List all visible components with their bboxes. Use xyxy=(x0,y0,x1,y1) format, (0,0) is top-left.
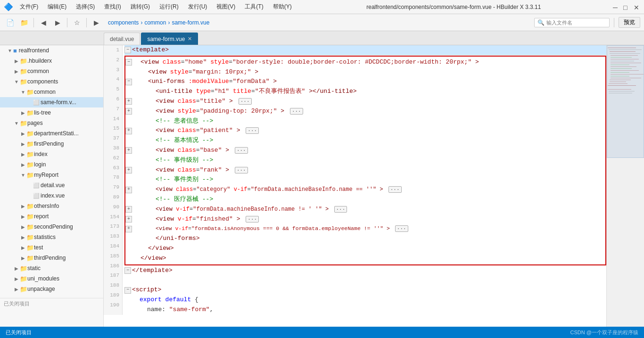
menu-select[interactable]: 选择(S) xyxy=(73,3,98,11)
collapsed-indicator[interactable]: ··· xyxy=(235,167,248,173)
breadcrumb-item-common[interactable]: common xyxy=(144,19,166,26)
tree-root[interactable]: ▼ ■ realfrontend xyxy=(0,45,103,56)
collapsed-indicator[interactable]: ··· xyxy=(290,108,303,115)
tree-detail-vue[interactable]: ⬜ detail.vue xyxy=(0,180,103,190)
code-line-189[interactable]: export default { xyxy=(124,295,606,305)
tree-same-form[interactable]: ⬜ same-form.v... xyxy=(0,97,103,107)
tab-same-form-vue[interactable]: same-form.vue ✕ xyxy=(141,33,198,45)
new-file-button[interactable]: 📄 xyxy=(4,16,16,29)
fold-button-1[interactable]: − xyxy=(124,47,131,53)
menu-publish[interactable]: 发行(U) xyxy=(185,3,210,11)
code-line-173[interactable]: + <view v-if="formData.isAnonymous === 0… xyxy=(125,224,605,234)
tree-static[interactable]: ▶ 📁 static xyxy=(0,263,103,273)
tree-hbuilderx[interactable]: ▶ 📁 .hbuilderx xyxy=(0,56,103,66)
collapsed-indicator[interactable]: ··· xyxy=(239,98,252,105)
code-line-37[interactable]: <!-- 基本情况 --> xyxy=(125,136,605,146)
code-editor[interactable]: 1 2 3 4 5 6 7 14 15 37 38 62 63 xyxy=(104,45,606,327)
menu-edit[interactable]: 编辑(E) xyxy=(45,3,69,11)
code-line-89[interactable]: <!-- 医疗器械 --> xyxy=(125,195,605,205)
breadcrumb-item-components[interactable]: components xyxy=(108,19,139,26)
fold-button-2[interactable]: − xyxy=(125,59,132,66)
code-line-183[interactable]: </uni-forms> xyxy=(125,234,605,244)
code-line-15[interactable]: + <view class="patient" > ··· xyxy=(125,126,605,136)
open-folder-button[interactable]: 📁 xyxy=(18,16,30,29)
code-line-4[interactable]: − <uni-forms :modelValue="formData" > xyxy=(125,77,605,87)
collapsed-indicator[interactable]: ··· xyxy=(235,147,248,154)
fold-button-4[interactable]: − xyxy=(125,79,132,85)
menu-jump[interactable]: 跳转(G) xyxy=(128,3,153,11)
code-line-14[interactable]: <!-- 患者信息 --> xyxy=(125,116,605,126)
code-line-186[interactable]: − </template> xyxy=(124,266,606,276)
code-line-2[interactable]: − <view class="home" style="border-style… xyxy=(125,58,605,67)
tree-index-vue[interactable]: ⬜ index.vue xyxy=(0,190,103,201)
tree-lis-tree[interactable]: ▶ 📁 lis-tree xyxy=(0,107,103,118)
tree-login[interactable]: ▶ 📁 login xyxy=(0,159,103,170)
tree-report[interactable]: ▶ 📁 report xyxy=(0,211,103,222)
code-line-78[interactable]: <!-- 事件类别 --> xyxy=(125,175,605,185)
menu-view[interactable]: 视图(V) xyxy=(214,3,238,11)
collapsed-indicator[interactable]: ··· xyxy=(246,127,259,134)
code-line-3[interactable]: <view style="margin: 10rpx;" > xyxy=(125,67,605,77)
collapsed-indicator[interactable]: ··· xyxy=(246,216,259,223)
code-line-62[interactable]: <!-- 事件级别 --> xyxy=(125,156,605,165)
tree-uni-modules[interactable]: ▶ 📁 uni_modules xyxy=(0,273,103,284)
menu-tools[interactable]: 工具(T) xyxy=(242,3,266,11)
tree-components[interactable]: ▼ 📁 components xyxy=(0,76,103,87)
fold-button-79[interactable]: + xyxy=(125,187,132,193)
collapsed-indicator[interactable]: ··· xyxy=(388,186,402,193)
minimize-button[interactable]: ─ xyxy=(613,4,619,10)
code-line-38[interactable]: + <view class="base" > ··· xyxy=(125,146,605,156)
fold-button-15[interactable]: + xyxy=(125,128,132,134)
file-search-box[interactable]: 🔍 xyxy=(534,18,610,27)
code-line-7[interactable]: + <view style="padding-top: 20rpx;" > ··… xyxy=(125,107,605,116)
collapsed-indicator[interactable]: ··· xyxy=(395,225,408,232)
forward-button[interactable]: ▶ xyxy=(51,16,64,29)
tree-othersinfo[interactable]: ▶ 📁 othersInfo xyxy=(0,201,103,211)
tree-index[interactable]: ▶ 📁 index xyxy=(0,149,103,159)
back-button[interactable]: ◀ xyxy=(37,16,50,29)
fold-button-186[interactable]: − xyxy=(124,267,131,274)
bookmark-button[interactable]: ☆ xyxy=(71,16,83,29)
fold-button-6[interactable]: + xyxy=(125,98,132,105)
fold-button-188[interactable]: − xyxy=(124,287,131,294)
fold-button-173[interactable]: + xyxy=(125,226,132,232)
breadcrumb-item-file[interactable]: same-form.vue xyxy=(172,19,209,26)
menu-find[interactable]: 查找(I) xyxy=(101,3,124,11)
tree-unpackage[interactable]: ▶ 📁 unpackage xyxy=(0,284,103,294)
menu-help[interactable]: 帮助(Y) xyxy=(270,3,295,11)
code-line-184[interactable]: </view> xyxy=(125,244,605,254)
tree-test[interactable]: ▶ 📁 test xyxy=(0,242,103,253)
tree-statistics[interactable]: ▶ 📁 statistics xyxy=(0,232,103,242)
code-line-188[interactable]: − <script> xyxy=(124,285,606,295)
fold-button-90[interactable]: + xyxy=(125,206,132,213)
code-line-5[interactable]: <uni-title type="h1" title="不良事件报告表" ></… xyxy=(125,87,605,97)
tree-components-common[interactable]: ▼ 📁 common xyxy=(0,87,103,97)
tree-thirdpending[interactable]: ▶ 📁 thirdPending xyxy=(0,253,103,263)
tree-firstpending[interactable]: ▶ 📁 firstPending xyxy=(0,139,103,149)
code-line-90[interactable]: + <view v-if="formData.machineBaseInfo.n… xyxy=(125,205,605,214)
fold-button-38[interactable]: + xyxy=(125,147,132,154)
tab-detail-vue[interactable]: detail.vue xyxy=(104,33,140,45)
run-button[interactable]: ▶ xyxy=(90,16,102,29)
tree-departmentstati[interactable]: ▶ 📁 departmentStati... xyxy=(0,128,103,139)
tree-myreport[interactable]: ▼ 📁 myReport xyxy=(0,170,103,180)
tree-pages[interactable]: ▼ 📁 pages xyxy=(0,118,103,128)
code-line-187[interactable] xyxy=(124,275,606,285)
fold-button-7[interactable]: + xyxy=(125,108,132,115)
code-line-79[interactable]: + <view class="category" v-if="formData.… xyxy=(125,185,605,195)
fold-button-63[interactable]: + xyxy=(125,167,132,173)
code-line-63[interactable]: + <view class="rank" > ··· xyxy=(125,165,605,175)
close-button[interactable]: ✕ xyxy=(634,4,640,10)
menu-run[interactable]: 运行(R) xyxy=(157,3,182,11)
code-line-190[interactable]: name: "same-form", xyxy=(124,305,606,315)
maximize-button[interactable]: □ xyxy=(623,4,630,10)
collapsed-indicator[interactable]: ··· xyxy=(334,206,347,213)
code-line-1[interactable]: − <template> xyxy=(124,45,606,55)
tree-common[interactable]: ▶ 📁 common xyxy=(0,66,103,76)
search-input[interactable] xyxy=(546,20,603,25)
code-line-154[interactable]: + <view v-if="finished" > ··· xyxy=(125,214,605,224)
code-line-6[interactable]: + <view class="title" > ··· xyxy=(125,97,605,107)
fold-button-154[interactable]: + xyxy=(125,216,132,223)
tab-close-icon[interactable]: ✕ xyxy=(188,36,192,42)
code-line-185[interactable]: </view> xyxy=(125,254,605,264)
